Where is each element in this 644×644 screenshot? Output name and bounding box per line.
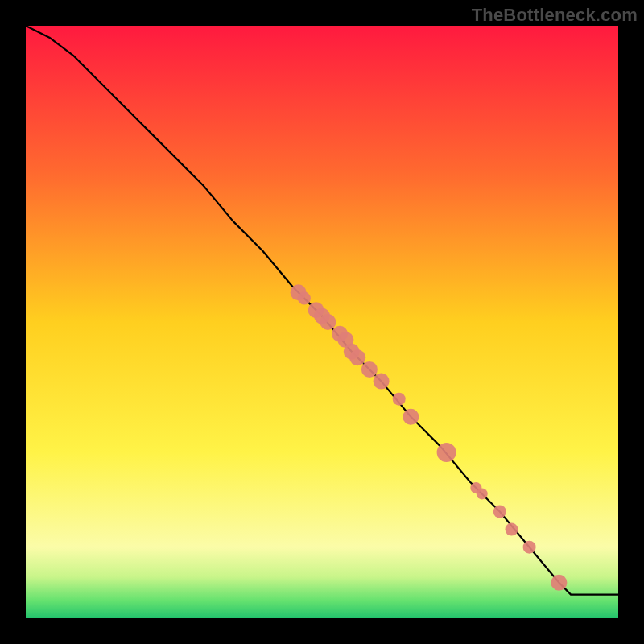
bottleneck-chart <box>26 26 618 618</box>
sample-point <box>374 374 390 390</box>
sample-point <box>437 443 456 462</box>
plot-area <box>26 26 618 618</box>
sample-point <box>506 523 518 536</box>
chart-stage: TheBottleneck.com <box>0 0 644 644</box>
sample-point <box>361 361 378 378</box>
sample-point <box>402 409 419 425</box>
sample-point <box>493 506 506 518</box>
sample-point <box>523 541 536 554</box>
sample-point <box>349 349 365 365</box>
sample-point <box>320 314 336 330</box>
sample-point <box>551 575 567 591</box>
watermark-label: TheBottleneck.com <box>472 5 638 26</box>
sample-point <box>477 488 488 499</box>
sample-point <box>298 292 311 305</box>
sample-point <box>393 393 406 406</box>
